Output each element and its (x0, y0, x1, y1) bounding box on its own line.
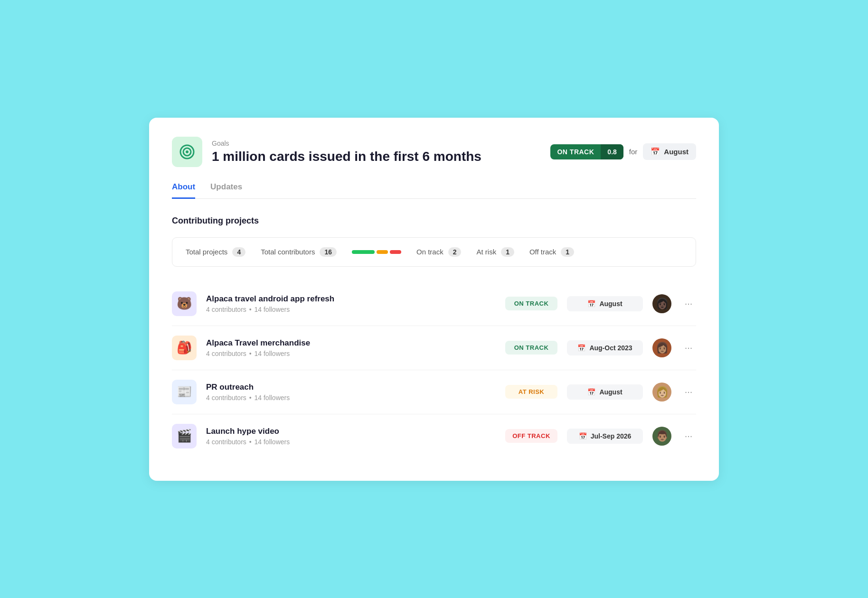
goal-title: 1 million cards issued in the first 6 mo… (212, 149, 481, 164)
avatar: 👨🏽 (652, 427, 671, 446)
tab-bar: About Updates (172, 182, 696, 199)
for-label: for (629, 148, 638, 156)
total-contributors: Total contributors 16 (261, 247, 337, 257)
date-badge[interactable]: 📅 August (567, 296, 643, 311)
tab-updates[interactable]: Updates (210, 182, 242, 199)
on-track-score: 0.8 (601, 144, 623, 159)
avatar: 👩🏼 (652, 383, 671, 402)
header: Goals 1 million cards issued in the firs… (172, 137, 696, 167)
project-icon: 🎬 (172, 424, 197, 448)
table-row: 🎒 Alpaca Travel merchandise 4 contributo… (172, 326, 696, 370)
main-card: Goals 1 million cards issued in the firs… (149, 118, 719, 481)
project-icon: 🎒 (172, 336, 197, 360)
project-name: Alpaca travel android app refresh (206, 294, 496, 304)
on-track-status: ON TRACK (550, 144, 601, 159)
more-options-button[interactable]: ··· (681, 429, 696, 444)
status-badge: OFF TRACK (505, 429, 557, 443)
project-meta: 4 contributors • 14 followers (206, 438, 496, 446)
date-badge[interactable]: 📅 August (567, 384, 643, 400)
at-risk-summary-label: At risk (476, 248, 496, 256)
on-track-summary: On track 2 (416, 247, 461, 257)
progress-bar-visual (352, 250, 401, 254)
total-contributors-count: 16 (320, 247, 337, 257)
table-row: 🐻 Alpaca travel android app refresh 4 co… (172, 282, 696, 326)
off-track-summary-count: 1 (561, 247, 574, 257)
header-left: Goals 1 million cards issued in the firs… (172, 137, 481, 167)
svg-point-2 (186, 150, 189, 153)
calendar-icon: 📅 (651, 147, 660, 156)
selected-month: August (664, 148, 689, 156)
progress-green (352, 250, 375, 254)
project-name: Launch hype video (206, 427, 496, 436)
project-date: Aug-Oct 2023 (589, 344, 632, 352)
status-badge: AT RISK (505, 385, 557, 399)
at-risk-summary-count: 1 (501, 247, 514, 257)
project-meta: 4 contributors • 14 followers (206, 350, 496, 357)
table-row: 🎬 Launch hype video 4 contributors • 14 … (172, 414, 696, 458)
project-icon: 🐻 (172, 291, 197, 316)
project-info: Alpaca Travel merchandise 4 contributors… (206, 338, 496, 357)
goal-meta: Goals 1 million cards issued in the firs… (212, 140, 481, 164)
at-risk-summary: At risk 1 (476, 247, 514, 257)
more-options-button[interactable]: ··· (681, 384, 696, 400)
project-date: August (599, 388, 622, 396)
calendar-icon: 📅 (587, 300, 595, 308)
goal-icon (172, 137, 202, 167)
section-title: Contributing projects (172, 216, 696, 226)
project-icon: 📰 (172, 380, 197, 404)
calendar-icon: 📅 (579, 432, 587, 440)
status-badge: ON TRACK (505, 341, 557, 355)
off-track-summary: Off track 1 (529, 247, 574, 257)
status-badge: ON TRACK (505, 297, 557, 310)
total-projects-label: Total projects (186, 248, 227, 256)
project-meta: 4 contributors • 14 followers (206, 306, 496, 313)
project-info: PR outreach 4 contributors • 14 follower… (206, 383, 496, 402)
on-track-badge: ON TRACK 0.8 (550, 144, 623, 159)
off-track-summary-label: Off track (529, 248, 556, 256)
project-date: Jul-Sep 2026 (591, 432, 632, 440)
date-badge[interactable]: 📅 Aug-Oct 2023 (567, 340, 643, 355)
project-list: 🐻 Alpaca travel android app refresh 4 co… (172, 282, 696, 458)
project-name: PR outreach (206, 383, 496, 392)
avatar: 👩🏽 (652, 338, 671, 357)
date-badge[interactable]: 📅 Jul-Sep 2026 (567, 429, 643, 444)
more-options-button[interactable]: ··· (681, 296, 696, 311)
progress-red (390, 250, 401, 254)
project-info: Launch hype video 4 contributors • 14 fo… (206, 427, 496, 446)
more-options-button[interactable]: ··· (681, 340, 696, 355)
total-projects-count: 4 (232, 247, 245, 257)
progress-orange (377, 250, 388, 254)
project-date: August (599, 300, 622, 308)
month-selector[interactable]: 📅 August (643, 143, 696, 160)
tab-about[interactable]: About (172, 182, 195, 199)
project-meta: 4 contributors • 14 followers (206, 394, 496, 402)
summary-bar: Total projects 4 Total contributors 16 O… (172, 237, 696, 267)
total-projects: Total projects 4 (186, 247, 245, 257)
calendar-icon: 📅 (587, 388, 595, 396)
total-contributors-label: Total contributors (261, 248, 315, 256)
avatar: 👩🏿 (652, 294, 671, 313)
header-right: ON TRACK 0.8 for 📅 August (550, 143, 696, 160)
project-name: Alpaca Travel merchandise (206, 338, 496, 348)
calendar-icon: 📅 (577, 344, 585, 352)
goal-label: Goals (212, 140, 481, 147)
project-info: Alpaca travel android app refresh 4 cont… (206, 294, 496, 313)
on-track-summary-count: 2 (448, 247, 462, 257)
on-track-summary-label: On track (416, 248, 443, 256)
table-row: 📰 PR outreach 4 contributors • 14 follow… (172, 370, 696, 414)
contributing-projects-section: Contributing projects Total projects 4 T… (172, 216, 696, 458)
